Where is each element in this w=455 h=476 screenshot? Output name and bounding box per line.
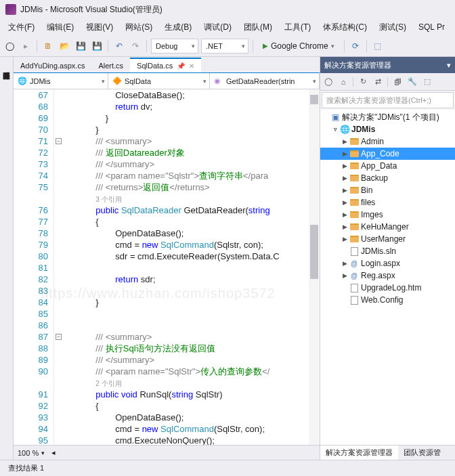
fold-toggle[interactable]: − (56, 334, 62, 340)
main-toolbar: ◯ ▸ 🗎 📂 💾 💾 ↶ ↷ Debug .NET ▶ Google Chro… (0, 35, 455, 57)
code-editor[interactable]: 6768697071727374757677787980818283848586… (14, 89, 320, 445)
new-project-button[interactable]: 🗎 (41, 39, 55, 53)
tree-node-reg-aspx[interactable]: ▶@Reg.aspx (320, 269, 455, 282)
sol-showall-button[interactable]: 🗐 (392, 77, 403, 87)
start-debug-button[interactable]: ▶ Google Chrome ▾ (257, 39, 340, 53)
method-icon: ◉ (214, 77, 223, 86)
tree-node-bin[interactable]: ▶Bin (320, 184, 455, 196)
panel-dropdown-icon[interactable]: ▾ (447, 61, 451, 70)
sol-back-button[interactable]: ◯ (323, 77, 334, 87)
tree-node-imges[interactable]: ▶Imges (320, 209, 455, 221)
tree-node-jdmis[interactable]: ▿🌐JDMis (320, 123, 455, 135)
menu-build[interactable]: 生成(B) (159, 20, 197, 35)
folding-column[interactable]: −− (54, 89, 64, 445)
config-dropdown[interactable]: Debug (151, 39, 198, 53)
doc-tab-sqldata[interactable]: SqlData.cs 📌 ✕ (130, 58, 201, 72)
extension-button[interactable]: ⬚ (371, 39, 385, 53)
scroll-thumb[interactable] (310, 225, 318, 279)
tree-node-backup[interactable]: ▶Backup (320, 172, 455, 184)
menubar: 文件(F) 编辑(E) 视图(V) 网站(S) 生成(B) 调试(D) 团队(M… (0, 19, 455, 35)
close-icon[interactable]: ✕ (189, 62, 194, 70)
redo-button[interactable]: ↷ (129, 39, 142, 53)
menu-team[interactable]: 团队(M) (238, 20, 278, 35)
menu-sql[interactable]: SQL Pr (413, 21, 450, 33)
solution-panel-tabs: 解决方案资源管理器 团队资源管 (320, 445, 455, 460)
sol-refresh-button[interactable]: ↻ (358, 77, 368, 87)
find-results-label[interactable]: 查找结果 1 (8, 463, 44, 473)
left-side-tabs: 服务器资源管理器 工具箱 (0, 57, 14, 460)
forward-button[interactable]: ▸ (19, 39, 32, 53)
menu-website[interactable]: 网站(S) (120, 20, 158, 35)
server-explorer-tab[interactable]: 服务器资源管理器 (0, 62, 13, 460)
zoom-bar: 100 % ▾ ◂ (14, 445, 320, 460)
open-button[interactable]: 📂 (58, 39, 71, 53)
solution-toolbar: ◯ ⌂ ↻ ⇄ 🗐 🔧 ⬚ (320, 73, 455, 91)
doc-tab-alert[interactable]: Alert.cs (91, 59, 130, 72)
tree-node-web-config[interactable]: Web.Config (320, 294, 455, 306)
sol-sync-button[interactable]: ⇄ (372, 77, 383, 87)
nav-member-dropdown[interactable]: ◉ GetDataReader(strin (210, 73, 320, 89)
menu-architecture[interactable]: 体系结构(C) (318, 20, 372, 35)
vs-logo-icon (5, 4, 16, 15)
nav-class-dropdown[interactable]: 🔶 SqlData (108, 73, 210, 89)
class-icon: 🔶 (112, 77, 122, 86)
menu-test[interactable]: 测试(S) (374, 20, 412, 35)
fold-toggle[interactable]: − (56, 138, 62, 144)
menu-file[interactable]: 文件(F) (3, 20, 40, 35)
scroll-up-button[interactable] (310, 95, 318, 104)
tree-node-app-data[interactable]: ▶App_Data (320, 160, 455, 172)
save-button[interactable]: 💾 (74, 39, 87, 53)
solution-explorer-header: 解决方案资源管理器 ▾ (320, 57, 455, 73)
menu-debug[interactable]: 调试(D) (198, 20, 237, 35)
globe-icon: 🌐 (18, 77, 27, 86)
window-title: JDMis - Microsoft Visual Studio(管理员) (20, 4, 162, 16)
tree-node-files[interactable]: ▶files (320, 196, 455, 209)
sol-tab-explorer[interactable]: 解决方案资源管理器 (320, 446, 398, 460)
tree-node-admin[interactable]: ▶Admin (320, 135, 455, 148)
vertical-scrollbar[interactable] (309, 89, 320, 445)
tree-node-kehumanger[interactable]: ▶KeHuManger (320, 221, 455, 233)
tree-node--jdmis-1-[interactable]: ▣解决方案"JDMis"(1 个项目) (320, 111, 455, 123)
menu-tools[interactable]: 工具(T) (279, 20, 316, 35)
sol-properties-button[interactable]: 🔧 (407, 77, 418, 87)
back-button[interactable]: ◯ (3, 39, 16, 53)
zoom-level[interactable]: 100 % (18, 449, 39, 457)
statusbar: 查找结果 1 (0, 460, 455, 476)
sol-preview-button[interactable]: ⬚ (422, 77, 433, 87)
navigation-bar: 🌐 JDMis 🔶 SqlData ◉ GetDataReader(strin (14, 73, 320, 89)
tree-node-app-code[interactable]: ▶App_Code (320, 148, 455, 160)
document-tabs: AddYuDing.aspx.cs Alert.cs SqlData.cs 📌 … (14, 57, 320, 73)
sol-home-button[interactable]: ⌂ (338, 77, 349, 87)
tree-node-usermanger[interactable]: ▶UserManger (320, 233, 455, 245)
pin-icon[interactable]: 📌 (177, 62, 185, 70)
browser-link-button[interactable]: ⟳ (349, 39, 362, 53)
line-numbers: 6768697071727374757677787980818283848586… (14, 89, 54, 445)
menu-view[interactable]: 视图(V) (81, 20, 118, 35)
platform-dropdown[interactable]: .NET (201, 39, 248, 53)
undo-button[interactable]: ↶ (112, 39, 126, 53)
save-all-button[interactable]: 💾 (90, 39, 104, 53)
solution-search-input[interactable]: 搜索解决方案资源管理器(Ctrl+;) (322, 92, 454, 108)
code-content[interactable]: CloseDataBase(); return dv; } } /// <sum… (64, 89, 320, 445)
nav-project-dropdown[interactable]: 🌐 JDMis (14, 73, 108, 89)
sol-tab-team[interactable]: 团队资源管 (398, 446, 446, 460)
menu-edit[interactable]: 编辑(E) (41, 20, 79, 35)
tree-node-upgradelog-htm[interactable]: UpgradeLog.htm (320, 282, 455, 294)
tree-node-jdmis-sln[interactable]: JDMis.sln (320, 245, 455, 257)
solution-tree[interactable]: ▣解决方案"JDMis"(1 个项目)▿🌐JDMis▶Admin▶App_Cod… (320, 110, 455, 445)
play-icon: ▶ (263, 42, 268, 49)
tree-node-login-aspx[interactable]: ▶@Login.aspx (320, 257, 455, 269)
doc-tab-addyuding[interactable]: AddYuDing.aspx.cs (14, 59, 91, 72)
